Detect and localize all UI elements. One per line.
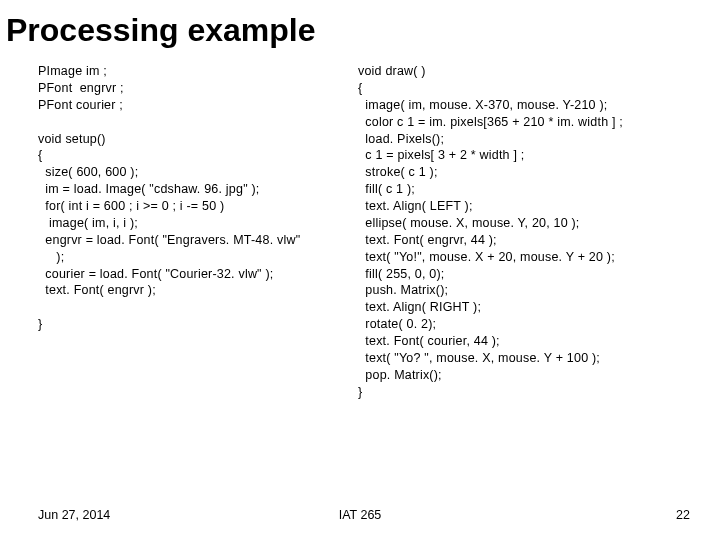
footer-date: Jun 27, 2014 <box>38 508 110 522</box>
code-line: text. Font( engrvr ); <box>38 282 358 299</box>
code-line: for( int i = 600 ; i >= 0 ; i -= 50 ) <box>38 198 358 215</box>
code-line <box>38 114 358 131</box>
code-line: im = load. Image( "cdshaw. 96. jpg" ); <box>38 181 358 198</box>
code-line: PFont courier ; <box>38 97 358 114</box>
right-code-column: void draw( ){ image( im, mouse. X-370, m… <box>358 63 688 401</box>
code-line: { <box>358 80 688 97</box>
code-line: image( im, i, i ); <box>38 215 358 232</box>
code-line: fill( c 1 ); <box>358 181 688 198</box>
code-line: { <box>38 147 358 164</box>
code-line: stroke( c 1 ); <box>358 164 688 181</box>
code-line: text. Font( courier, 44 ); <box>358 333 688 350</box>
code-line: ); <box>38 249 358 266</box>
code-area: PImage im ;PFont engrvr ;PFont courier ;… <box>0 53 720 401</box>
code-line: engrvr = load. Font( "Engravers. MT-48. … <box>38 232 358 249</box>
code-line <box>38 299 358 316</box>
code-line: rotate( 0. 2); <box>358 316 688 333</box>
code-line: fill( 255, 0, 0); <box>358 266 688 283</box>
code-line: PFont engrvr ; <box>38 80 358 97</box>
code-line: text( "Yo? ", mouse. X, mouse. Y + 100 )… <box>358 350 688 367</box>
code-line: text. Align( LEFT ); <box>358 198 688 215</box>
code-line: } <box>38 316 358 333</box>
code-line: PImage im ; <box>38 63 358 80</box>
code-line: image( im, mouse. X-370, mouse. Y-210 ); <box>358 97 688 114</box>
code-line: c 1 = pixels[ 3 + 2 * width ] ; <box>358 147 688 164</box>
slide-title: Processing example <box>0 0 720 53</box>
code-line: size( 600, 600 ); <box>38 164 358 181</box>
code-line: } <box>358 384 688 401</box>
code-line: push. Matrix(); <box>358 282 688 299</box>
code-line: text. Align( RIGHT ); <box>358 299 688 316</box>
footer: Jun 27, 2014 IAT 265 22 <box>0 508 720 522</box>
code-line: load. Pixels(); <box>358 131 688 148</box>
footer-course: IAT 265 <box>339 508 382 522</box>
code-line: ellipse( mouse. X, mouse. Y, 20, 10 ); <box>358 215 688 232</box>
footer-page: 22 <box>676 508 690 522</box>
code-line: courier = load. Font( "Courier-32. vlw" … <box>38 266 358 283</box>
code-line: pop. Matrix(); <box>358 367 688 384</box>
left-code-column: PImage im ;PFont engrvr ;PFont courier ;… <box>38 63 358 401</box>
code-line: void setup() <box>38 131 358 148</box>
code-line: color c 1 = im. pixels[365 + 210 * im. w… <box>358 114 688 131</box>
code-line: text. Font( engrvr, 44 ); <box>358 232 688 249</box>
code-line: void draw( ) <box>358 63 688 80</box>
code-line: text( "Yo!", mouse. X + 20, mouse. Y + 2… <box>358 249 688 266</box>
